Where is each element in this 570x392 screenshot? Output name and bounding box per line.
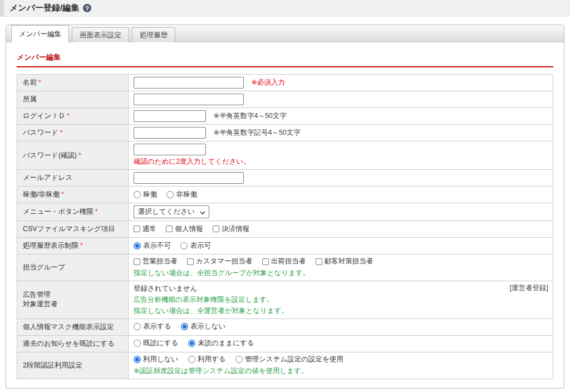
row-label-department: 所属 bbox=[23, 95, 37, 103]
table-row: 稼働/非稼働* 稼働 非稼働 bbox=[17, 187, 553, 203]
table-row: パスワード* ※半角英数字記号4～50文字 bbox=[17, 125, 553, 141]
row-label-menu-permission: メニュー・ボタン権限 bbox=[23, 208, 94, 215]
tab-history[interactable]: 処理履歴 bbox=[132, 27, 175, 42]
password-confirm-note: 確認のために2度入力してください。 bbox=[134, 157, 548, 166]
checkbox-icon bbox=[134, 226, 140, 232]
checkbox-label: 出荷担当者 bbox=[271, 257, 306, 266]
radio-2fa-system-setting[interactable]: 管理システム設定の設定を使用 bbox=[235, 355, 343, 364]
required-mark: * bbox=[80, 242, 83, 249]
table-row: 2段階認証利用設定 利用しない 利用する 管理システム設定の設定を使用 ※認証頻… bbox=[17, 352, 553, 379]
help-icon[interactable]: ? bbox=[83, 4, 91, 12]
radio-icon bbox=[166, 191, 174, 198]
checkbox-payment-info[interactable]: 決済情報 bbox=[213, 224, 249, 234]
staff-group-note: 指定しない場合は、全担当グループが対象となります。 bbox=[134, 268, 548, 278]
ad-operator-note-2: 指定しない場合は、全運営者が対象となります。 bbox=[134, 306, 548, 316]
table-row: 担当グループ 営業担当者 カスタマー担当者 出荷担当者 顧客対策担当者 指定しな… bbox=[17, 254, 553, 281]
radio-label: 表示可 bbox=[190, 241, 211, 251]
checkbox-icon bbox=[262, 258, 269, 265]
row-label-ad-management: 広告管理 bbox=[23, 291, 51, 298]
member-edit-panel: メンバー編集 画面表示設定 処理履歴 メンバー編集 名前* ※必須入力 所属 ロ… bbox=[6, 24, 564, 389]
password-note: ※半角英数字記号4～50文字 bbox=[213, 129, 300, 136]
required-mark: * bbox=[38, 79, 41, 86]
login-id-input[interactable] bbox=[134, 110, 206, 122]
checkbox-personal-info[interactable]: 個人情報 bbox=[166, 224, 203, 234]
checkbox-shipping-staff[interactable]: 出荷担当者 bbox=[262, 257, 306, 266]
checkbox-label: 通常 bbox=[142, 224, 156, 234]
chevron-down-icon bbox=[200, 208, 205, 216]
menu-permission-select[interactable]: 選択してください bbox=[134, 205, 209, 218]
row-label-name: 名前 bbox=[23, 79, 37, 86]
tab-display-settings[interactable]: 画面表示設定 bbox=[72, 27, 129, 42]
radio-label: 表示する bbox=[143, 322, 171, 331]
required-mark: * bbox=[61, 190, 64, 198]
operator-register-link[interactable]: [運営者登録] bbox=[510, 283, 548, 293]
page-title: メンバー登録/編集 bbox=[9, 3, 79, 13]
panel-content: メンバー編集 名前* ※必須入力 所属 ログインＩＤ* ※半角 bbox=[6, 42, 564, 379]
row-label-mark-read: 過去のお知らせを既読にする bbox=[23, 340, 115, 347]
radio-mask-hide[interactable]: 表示しない bbox=[181, 322, 225, 331]
checkbox-icon bbox=[134, 258, 140, 265]
row-label-login-id: ログインＩＤ bbox=[23, 112, 65, 120]
page-header: メンバー登録/編集 ? bbox=[0, 0, 570, 17]
table-row: 所属 bbox=[17, 91, 553, 108]
ad-operator-note-1: 広告分析機能の表示対象権限を設定します。 bbox=[134, 295, 548, 305]
radio-inactive[interactable]: 非稼働 bbox=[166, 190, 197, 199]
table-row: パスワード(確認)* 確認のために2度入力してください。 bbox=[17, 141, 553, 170]
row-label-active-state: 稼働/非稼働 bbox=[23, 190, 60, 198]
checkbox-label: 営業担当者 bbox=[142, 257, 178, 266]
select-value: 選択してください bbox=[138, 207, 195, 217]
row-label-ad-management-2: 対象運営者 bbox=[23, 300, 58, 308]
email-input[interactable] bbox=[134, 172, 244, 184]
radio-checked-icon bbox=[134, 242, 141, 249]
radio-history-hidden[interactable]: 表示不可 bbox=[134, 241, 171, 251]
table-row: 個人情報マスク機能表示設定 表示する 表示しない bbox=[17, 318, 553, 335]
row-label-staff-group: 担当グループ bbox=[23, 263, 65, 271]
ad-operator-status: 登録されていません bbox=[134, 284, 548, 293]
radio-history-visible[interactable]: 表示可 bbox=[180, 241, 211, 251]
checkbox-customer-staff[interactable]: カスタマー担当者 bbox=[187, 257, 252, 266]
checkbox-icon bbox=[187, 258, 194, 265]
radio-icon bbox=[180, 242, 188, 249]
login-id-note: ※半角英数字4～50文字 bbox=[213, 112, 286, 120]
checkbox-normal[interactable]: 通常 bbox=[134, 224, 156, 234]
radio-label: 表示不可 bbox=[143, 241, 171, 251]
two-factor-note: ※認証頻度設定は管理システム設定の値を使用します。 bbox=[134, 366, 548, 376]
department-input[interactable] bbox=[134, 94, 244, 105]
checkbox-label: カスタマー担当者 bbox=[196, 257, 252, 266]
name-input[interactable] bbox=[134, 77, 244, 89]
radio-icon bbox=[188, 356, 195, 363]
table-row: メニュー・ボタン権限* 選択してください bbox=[17, 203, 553, 221]
radio-icon bbox=[235, 356, 243, 363]
tab-member-edit[interactable]: メンバー編集 bbox=[11, 25, 69, 42]
radio-label: 利用しない bbox=[143, 355, 178, 364]
row-label-personal-mask: 個人情報マスク機能表示設定 bbox=[23, 323, 114, 331]
table-row: メールアドレス bbox=[17, 170, 553, 187]
section-rule bbox=[17, 66, 553, 67]
checkbox-label: 個人情報 bbox=[175, 224, 203, 234]
radio-mask-show[interactable]: 表示する bbox=[134, 322, 171, 331]
radio-label: 未読のままにする bbox=[198, 339, 254, 348]
radio-icon bbox=[134, 340, 141, 347]
radio-mark-read[interactable]: 既読にする bbox=[134, 339, 178, 348]
radio-checked-icon bbox=[188, 340, 195, 347]
row-label-email: メールアドレス bbox=[23, 174, 72, 182]
radio-active[interactable]: 稼働 bbox=[134, 190, 157, 199]
header-accent-bar bbox=[0, 0, 4, 17]
radio-icon bbox=[134, 323, 141, 330]
radio-checked-icon bbox=[181, 323, 188, 330]
radio-2fa-disabled[interactable]: 利用しない bbox=[134, 355, 178, 364]
checkbox-sales-staff[interactable]: 営業担当者 bbox=[134, 257, 178, 266]
required-mark: * bbox=[95, 208, 98, 215]
row-label-password: パスワード bbox=[23, 129, 58, 136]
password-confirm-input[interactable] bbox=[134, 144, 206, 155]
radio-2fa-enabled[interactable]: 利用する bbox=[188, 355, 226, 364]
checkbox-customer-support-staff[interactable]: 顧客対策担当者 bbox=[316, 257, 374, 266]
radio-label: 表示しない bbox=[190, 322, 225, 331]
password-input[interactable] bbox=[134, 127, 206, 139]
required-mark: * bbox=[67, 112, 70, 120]
radio-label: 管理システム設定の設定を使用 bbox=[245, 355, 343, 364]
radio-keep-unread[interactable]: 未読のままにする bbox=[188, 339, 254, 348]
section-title: メンバー編集 bbox=[17, 52, 553, 62]
table-row: CSVファイルマスキング項目 通常 個人情報 決済情報 bbox=[17, 221, 553, 238]
tab-bar: メンバー編集 画面表示設定 処理履歴 bbox=[6, 25, 564, 42]
